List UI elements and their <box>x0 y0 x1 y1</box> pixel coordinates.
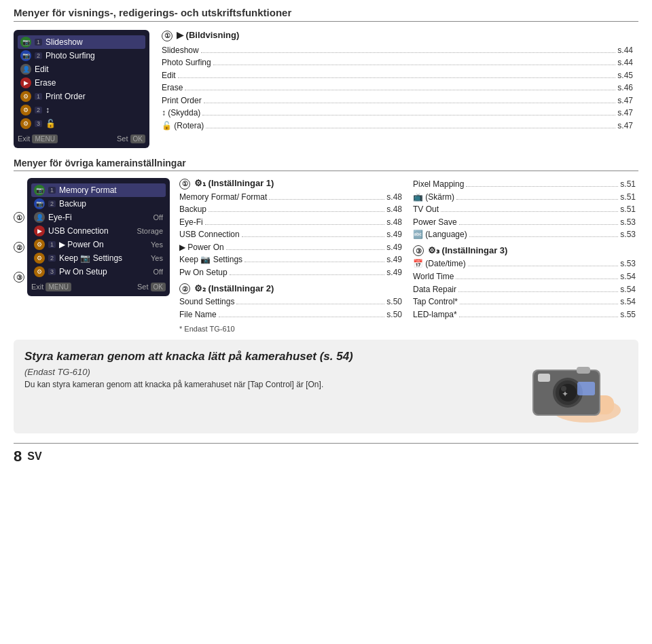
entry-usb-connection: USB Connections.49 <box>179 228 402 241</box>
menu2-pw-on-setup: Pw On Setup <box>59 267 150 276</box>
tap-subtitle: (Endast TG-610) <box>24 367 508 377</box>
menu2-icon-wrench2: ⚙ <box>34 253 45 264</box>
anno-circle-1: ① <box>162 31 173 41</box>
entry-sound-settings: Sound Settingss.50 <box>179 296 402 308</box>
menu-item-photo-surfing: Photo Surfing <box>46 51 143 60</box>
svg-rect-10 <box>538 374 550 382</box>
entry-pw-on-setup: Pw On Setups.49 <box>179 266 402 279</box>
set-label: Set OK <box>117 135 145 143</box>
entry-keep-settings: Keep 📷 Settingss.49 <box>179 253 402 266</box>
anno-circle-s2-3: ③ <box>413 245 424 256</box>
anno-circle-s2-2: ② <box>179 283 190 294</box>
section1-desc: ① ▶ (Bildvisning) Slideshows.44 Photo Su… <box>156 30 638 132</box>
svg-rect-11 <box>577 367 590 374</box>
menu-item-erase: Erase <box>35 78 143 88</box>
menu2-keep-settings: Keep 📷 Settings <box>59 253 147 263</box>
set-label2: Set OK <box>137 283 166 291</box>
section1-menu-box: 📷 1 Slideshow 📷 2 Photo Surfing 👤 Edit ▶… <box>14 30 149 148</box>
entry-print-order: Print Orders.47 <box>162 94 633 107</box>
menu2-backup: Backup <box>59 199 163 209</box>
section2-menu-box: 📷 1 Memory Format 📷 2 Backup 👤 Eye-Fi Of… <box>27 178 170 296</box>
anno-1: ① <box>14 212 24 223</box>
menu-item-skydda-icon: ↕ <box>46 105 143 115</box>
menu2-icon-play: ▶ <box>34 226 45 236</box>
entry-datetime: 📅 (Date/time)s.53 <box>413 257 636 270</box>
anno-3: ③ <box>14 272 24 283</box>
menu2-icon-camera2: 📷 <box>34 198 45 209</box>
entry-eye-fi: Eye-Fis.48 <box>179 216 402 229</box>
section2-annotations: ① ② ③ <box>14 178 24 283</box>
camera-illustration: ✦ <box>519 349 628 424</box>
entry-power-on: ▶ Power Ons.49 <box>179 241 402 254</box>
tap-text: Styra kameran genom att knacka lätt på k… <box>24 349 508 389</box>
entry-slideshow: Slideshows.44 <box>162 44 633 57</box>
menu-icon-wrench3: ⚙ <box>20 118 31 129</box>
section2-desc-col2: Pixel Mappings.51 📺 (Skärm)s.51 TV Outs.… <box>410 178 638 333</box>
section2-heading2: ⚙₂ (Inställningar 2) <box>194 283 274 293</box>
entry-erase: Erases.46 <box>162 82 633 94</box>
entry-skarm: 📺 (Skärm)s.51 <box>413 191 636 204</box>
entry-world-time: World Times.54 <box>413 270 636 283</box>
svg-text:✦: ✦ <box>562 389 568 399</box>
page-header: Menyer för visnings-, redigerings- och u… <box>14 7 638 22</box>
menu-item-rotera-icon: 🔓 <box>46 119 143 128</box>
tap-desc: Du kan styra kameran genom att knacka på… <box>24 380 508 389</box>
page-number: 8 <box>14 448 22 465</box>
entry-tv-out: TV Outs.51 <box>413 203 636 216</box>
entry-backup: Backups.48 <box>179 203 402 216</box>
exit-label: Exit MENU <box>18 135 58 143</box>
section2-heading3: ⚙₃ (Inställningar 3) <box>428 245 507 255</box>
entry-led-lampa: LED-lampa*s.55 <box>413 308 636 321</box>
svg-rect-12 <box>577 382 595 395</box>
menu2-power-on: ▶ Power On <box>59 240 147 249</box>
entry-skydda: ↕ (Skydda)s.47 <box>162 107 633 120</box>
menu2-usb-connection: USB Connection <box>48 226 133 236</box>
entry-pixel-mapping: Pixel Mappings.51 <box>413 178 636 191</box>
page-footer: 8 SV <box>14 443 638 465</box>
anno-circle-s2-1: ① <box>179 179 190 190</box>
entry-power-save: Power Saves.53 <box>413 216 636 229</box>
section2-heading1: ⚙₁ (Inställningar 1) <box>194 178 274 188</box>
menu-icon-play: ▶ <box>20 77 31 88</box>
menu2-eye-fi: Eye-Fi <box>48 213 150 222</box>
tap-title: Styra kameran genom att knacka lätt på k… <box>24 349 508 364</box>
section2-label: Menyer för övriga kamerainställningar <box>14 158 638 171</box>
menu2-memory-format: Memory Format <box>59 185 163 195</box>
footnote: * Endast TG-610 <box>179 325 402 333</box>
entry-rotera: 🔓 (Rotera)s.47 <box>162 120 633 132</box>
menu-icon-wrench2: ⚙ <box>20 105 31 115</box>
menu-item-print-order: Print Order <box>46 92 143 101</box>
menu2-icon-camera1: 📷 <box>34 185 45 196</box>
language-label: SV <box>27 450 41 463</box>
menu2-icon-wrench1: ⚙ <box>34 239 45 250</box>
menu-icon-camera2: 📷 <box>20 50 31 61</box>
entry-tap-control: Tap Control*s.54 <box>413 296 636 308</box>
entry-memory-format: Memory Format/ Formats.48 <box>179 191 402 204</box>
section1-heading: ▶ (Bildvisning) <box>177 30 239 40</box>
section2-desc-col1: ① ⚙₁ (Inställningar 1) Memory Format/ Fo… <box>177 178 405 333</box>
entry-language: 🔤 (Language)s.53 <box>413 228 636 241</box>
menu-item-slideshow: Slideshow <box>46 37 143 47</box>
entry-photo-surfing: Photo Surfings.44 <box>162 56 633 69</box>
entry-edit: Edits.45 <box>162 69 633 82</box>
entry-data-repair: Data Repairs.54 <box>413 283 636 296</box>
entry-file-name: File Names.50 <box>179 308 402 321</box>
tap-control-section: Styra kameran genom att knacka lätt på k… <box>14 340 638 433</box>
anno-2: ② <box>14 242 24 253</box>
menu-icon-camera1: 📷 <box>20 37 31 48</box>
menu-icon-wrench1: ⚙ <box>20 91 31 102</box>
menu2-icon-person: 👤 <box>34 212 45 223</box>
menu2-icon-wrench3: ⚙ <box>34 266 45 277</box>
exit-label2: Exit MENU <box>31 283 71 291</box>
menu-item-edit: Edit <box>35 65 143 74</box>
menu-icon-person: 👤 <box>20 64 31 75</box>
